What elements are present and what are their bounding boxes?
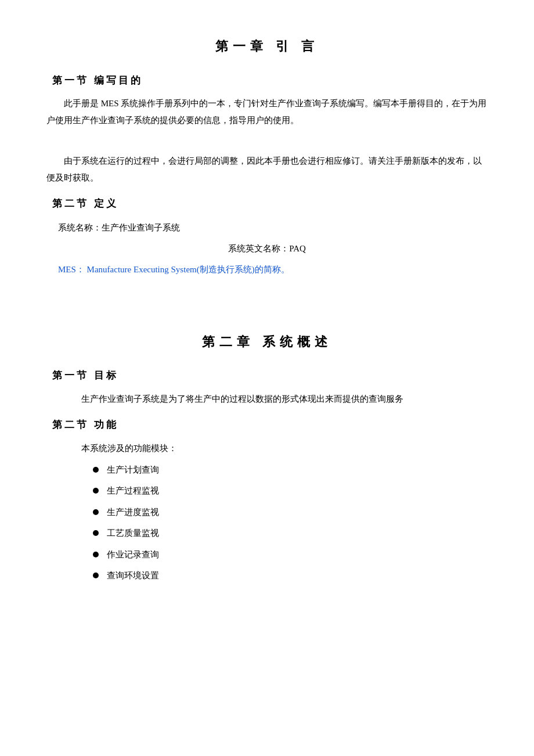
list-item-label: 工艺质量监视 [107, 525, 159, 542]
list-item: 生产计划查询 [93, 462, 488, 478]
section-2-1-content: 生产作业查询子系统是为了将生产中的过程以数据的形式体现出来而提供的查询服务 [46, 391, 488, 408]
bullet-dot-icon [93, 488, 99, 494]
bullet-dot-icon [93, 530, 99, 536]
section-1-1-para1: 此手册是 MES 系统操作手册系列中的一本，专门针对生产作业查询子系统编写。编写… [46, 95, 488, 128]
section-2-2-intro: 本系统涉及的功能模块： [46, 440, 488, 457]
sys-name: 系统名称：生产作业查询子系统 [46, 219, 488, 236]
feature-list: 生产计划查询生产过程监视生产进度监视工艺质量监视作业记录查询查询环境设置 [46, 462, 488, 584]
list-item: 生产过程监视 [93, 483, 488, 499]
section-2-2-title: 第二节 功能 [46, 416, 488, 434]
chapter-1-section-1: 第一节 编写目的 此手册是 MES 系统操作手册系列中的一本，专门针对生产作业查… [46, 72, 488, 186]
section-2-1-title: 第一节 目标 [46, 367, 488, 385]
list-item: 查询环境设置 [93, 567, 488, 584]
chapter-1: 第一章 引 言 第一节 编写目的 此手册是 MES 系统操作手册系列中的一本，专… [46, 35, 488, 278]
chapter-1-section-2: 第二节 定义 系统名称：生产作业查询子系统 系统英文名称：PAQ MES： Ma… [46, 195, 488, 278]
chapter-2: 第二章 系统概述 第一节 目标 生产作业查询子系统是为了将生产中的过程以数据的形… [46, 330, 488, 584]
list-item-label: 生产过程监视 [107, 483, 159, 499]
chapter-1-title: 第一章 引 言 [46, 35, 488, 58]
chapter-divider-2 [46, 301, 488, 319]
list-item-label: 查询环境设置 [107, 567, 159, 584]
blank-space-1 [46, 135, 488, 153]
section-1-2-title: 第二节 定义 [46, 195, 488, 213]
bullet-dot-icon [93, 467, 99, 473]
mes-link: MES： Manufacture Executing System(制造执行系统… [46, 261, 488, 278]
chapter-2-section-2: 第二节 功能 本系统涉及的功能模块： 生产计划查询生产过程监视生产进度监视工艺质… [46, 416, 488, 584]
chapter-divider [46, 284, 488, 301]
list-item: 生产进度监视 [93, 504, 488, 521]
chapter-2-section-1: 第一节 目标 生产作业查询子系统是为了将生产中的过程以数据的形式体现出来而提供的… [46, 367, 488, 407]
list-item-label: 生产进度监视 [107, 504, 159, 521]
list-item-label: 生产计划查询 [107, 462, 159, 478]
chapter-2-title: 第二章 系统概述 [46, 330, 488, 354]
sys-en-name: 系统英文名称：PAQ [46, 240, 488, 257]
section-1-1-para2: 由于系统在运行的过程中，会进行局部的调整，因此本手册也会进行相应修订。请关注手册… [46, 153, 488, 186]
list-item: 工艺质量监视 [93, 525, 488, 542]
bullet-dot-icon [93, 509, 99, 515]
section-1-1-title: 第一节 编写目的 [46, 72, 488, 90]
list-item: 作业记录查询 [93, 546, 488, 563]
list-item-label: 作业记录查询 [107, 546, 159, 563]
bullet-dot-icon [93, 573, 99, 578]
bullet-dot-icon [93, 552, 99, 557]
